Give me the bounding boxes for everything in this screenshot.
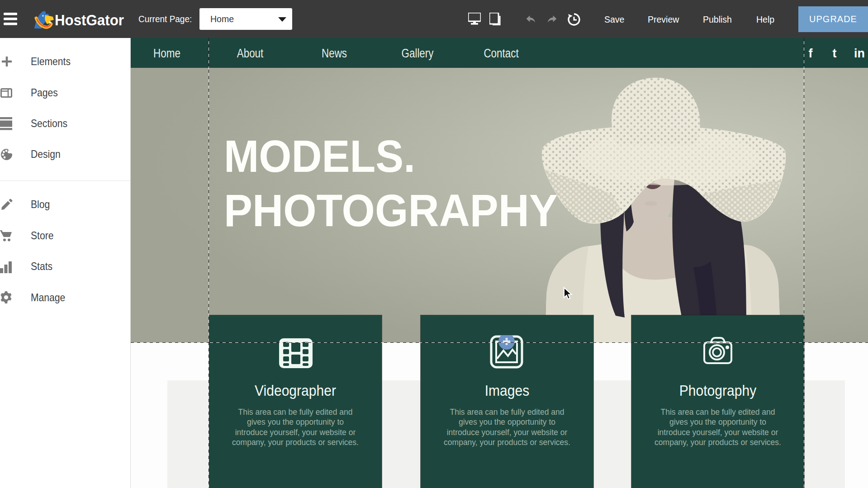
svg-text:MODELS.: MODELS. — [224, 131, 415, 181]
svg-text:PHOTOGRAPHY: PHOTOGRAPHY — [224, 185, 558, 236]
